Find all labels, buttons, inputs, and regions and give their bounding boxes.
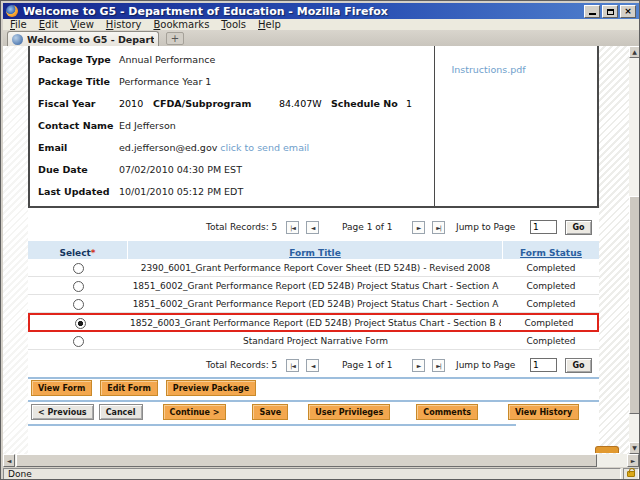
go-button[interactable]: Go [565,220,592,235]
separator-line [28,400,599,402]
form-status-column-header: Form Status [503,241,599,260]
menu-view[interactable]: View [70,19,94,30]
form-title-cell: 1851_6002_Grant Performance Report (ED 5… [128,299,503,309]
cfda-value: 84.407W [279,93,322,115]
restore-button[interactable] [602,5,618,18]
package-type-row: Package Type Annual Performance [30,49,434,71]
cancel-button[interactable]: Cancel [99,404,143,420]
form-title-cell: 2390_6001_Grant Performance Report Cover… [128,263,503,273]
form-title-cell: Standard Project Narrative Form [128,336,503,346]
jump-to-page-label: Jump to Page [456,360,515,370]
email-value: ed.jefferson@ed.gov click to send email [119,137,309,159]
form-title-cell: 1852_6003_Grant Performance Report (ED 5… [130,318,501,328]
instructions-panel: Instructions.pdf [435,46,597,206]
preview-package-button[interactable]: Preview Package [166,380,256,396]
send-email-link[interactable]: click to send email [220,142,309,153]
next-page-icon: ► [417,224,421,231]
menu-edit[interactable]: Edit [39,19,58,30]
comments-button[interactable]: Comments [416,404,478,420]
last-page-icon: ►| [436,224,441,231]
minimize-icon [589,13,596,15]
cfda-label: CFDA/Subprogram [153,93,251,115]
contact-name-value: Ed Jefferson [119,115,176,137]
last-page-button[interactable]: ►| [432,359,445,372]
form-status-cell: Completed [503,336,599,346]
menu-history[interactable]: History [106,19,142,30]
fiscal-year-row: Fiscal Year 2010 CFDA/Subprogram 84.407W… [30,93,434,115]
prev-page-icon: ◄ [311,362,315,369]
schedule-no-value: 1 [406,93,412,115]
form-select-radio[interactable] [73,281,84,292]
arrow-up-icon: ▲ [632,49,637,55]
form-select-radio[interactable] [73,299,84,310]
active-tab[interactable]: Welcome to G5 - Department of Edu... [7,31,159,46]
close-button[interactable]: × [620,5,636,18]
menu-help[interactable]: Help [258,19,281,30]
first-page-button[interactable]: |◄ [286,221,299,234]
view-form-button[interactable]: View Form [31,380,92,396]
menu-bookmarks[interactable]: Bookmarks [153,19,209,30]
instructions-pdf-link[interactable]: Instructions.pdf [451,64,525,75]
previous-button[interactable]: < Previous [31,404,94,420]
continue-button[interactable]: Continue > [163,404,227,420]
new-tab-button[interactable]: + [166,32,184,45]
last-page-button[interactable]: ►| [432,221,445,234]
edit-form-button[interactable]: Edit Form [100,380,157,396]
last-page-icon: ►| [436,362,441,369]
package-title-value: Performance Year 1 [119,71,211,93]
next-page-button[interactable]: ► [412,359,425,372]
package-details-panel: Package Type Annual Performance Package … [28,46,599,208]
form-select-radio[interactable] [73,263,84,274]
status-text: Done [3,468,621,480]
status-bar: Done [3,468,639,480]
contact-name-row: Contact Name Ed Jefferson [30,115,434,137]
table-row: 1851_6002_Grant Performance Report (ED 5… [28,277,599,295]
scroll-left-button[interactable]: ◄ [3,454,15,467]
prev-page-button[interactable]: ◄ [306,359,319,372]
form-select-radio[interactable] [73,336,84,347]
scroll-up-button[interactable]: ▲ [629,46,640,58]
page-status-label: Page 1 of 1 [342,360,393,370]
vertical-scroll-thumb[interactable] [629,196,640,414]
menu-tools[interactable]: Tools [221,19,246,30]
menu-file[interactable]: File [10,19,27,30]
form-title-sort-link[interactable]: Form Title [289,248,341,258]
first-page-button[interactable]: |◄ [286,359,299,372]
form-status-cell: Completed [503,299,599,309]
minimize-button[interactable] [584,5,600,18]
form-status-sort-link[interactable]: Form Status [520,248,582,258]
vertical-scrollbar[interactable]: ▲ ▼ [629,46,640,454]
first-page-icon: |◄ [290,362,295,369]
go-button[interactable]: Go [565,358,592,373]
fiscal-year-value: 2010 [119,93,143,115]
view-history-button[interactable]: View History [508,404,579,420]
horizontal-scroll-thumb[interactable] [16,454,597,467]
form-status-cell: Completed [503,281,599,291]
tab-favicon [12,34,23,45]
close-icon: × [624,7,632,16]
window-title: Welcome to G5 - Department of Education … [23,5,582,18]
fiscal-year-label: Fiscal Year [38,93,96,115]
form-select-radio[interactable] [75,318,86,329]
next-page-button[interactable]: ► [412,221,425,234]
email-label: Email [38,137,67,159]
jump-to-page-input[interactable] [530,358,557,372]
scroll-right-button[interactable]: ► [627,454,639,467]
table-row: 1851_6002_Grant Performance Report (ED 5… [28,295,599,313]
save-button[interactable]: Save [252,404,288,420]
page-content: Package Type Annual Performance Package … [3,46,629,454]
due-date-label: Due Date [38,159,88,181]
jump-to-page-input[interactable] [530,220,557,234]
user-privileges-button[interactable]: User Privileges [308,404,390,420]
package-title-row: Package Title Performance Year 1 [30,71,434,93]
horizontal-scrollbar[interactable]: ◄ ► [3,454,639,467]
arrow-right-icon: ► [631,458,636,464]
table-row: 2390_6001_Grant Performance Report Cover… [28,259,599,277]
total-records-label: Total Records: 5 [206,360,277,370]
last-updated-value: 10/01/2010 05:12 PM EDT [119,181,243,203]
firefox-icon [6,5,18,17]
prev-page-button[interactable]: ◄ [306,221,319,234]
table-row-selected: 1852_6003_Grant Performance Report (ED 5… [28,313,599,332]
scroll-down-button[interactable]: ▼ [629,442,640,454]
form-status-cell: Completed [501,318,597,328]
